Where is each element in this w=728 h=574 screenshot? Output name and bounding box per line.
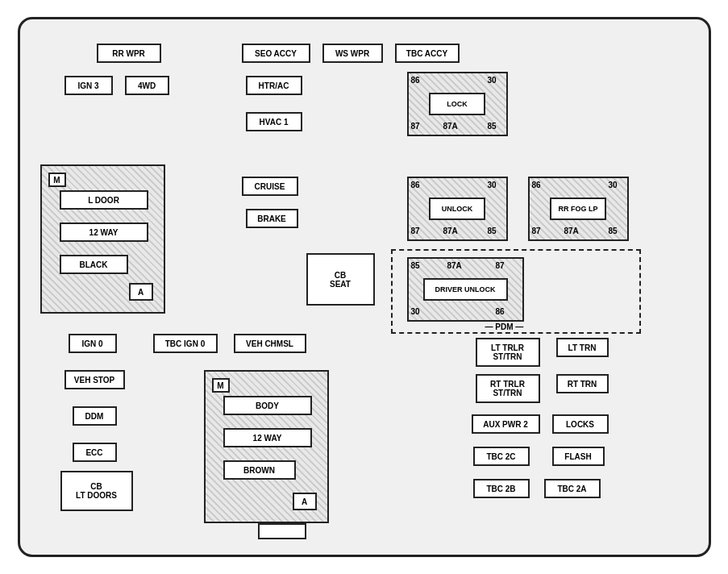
fuse-ddm: DDM: [73, 406, 117, 426]
item-m-label-2: M: [212, 378, 230, 393]
fuse-veh-chmsl: VEH CHMSL: [234, 334, 306, 353]
fuse-hvac1: HVAC 1: [246, 112, 302, 131]
relay-unlock-relay: UNLOCK86308787A85: [407, 177, 508, 241]
relay-num: 87: [411, 227, 420, 235]
fuse-tbc-2c: TBC 2C: [473, 447, 530, 466]
relay-num: 87A: [443, 227, 458, 235]
fuse-ign3: IGN 3: [64, 76, 113, 95]
item-a-label-1: A: [129, 283, 153, 301]
item-l-door: L DOOR: [60, 190, 148, 210]
relay-num: 87: [411, 122, 420, 131]
fuse-flash: FLASH: [552, 447, 605, 466]
item-brown: BROWN: [223, 460, 296, 480]
item-12way-2: 12 WAY: [223, 428, 312, 447]
fuse-lt-trlr-st-trn: LT TRLR ST/TRN: [476, 338, 540, 367]
fuse-diagram: RR WPRSEO ACCYWS WPRTBC ACCYIGN 34WDHTR/…: [18, 17, 711, 557]
fuse-rr-wpr: RR WPR: [97, 44, 161, 63]
item-a-label-2: A: [293, 493, 317, 510]
relay-num: 86: [411, 76, 420, 85]
fuse-cb-seat: CB SEAT: [306, 253, 375, 306]
fuse-brake: BRAKE: [246, 209, 298, 228]
fuse-rt-trn: RT TRN: [556, 374, 609, 393]
pdm-label: — PDM —: [485, 322, 524, 331]
relay-num: 30: [488, 181, 497, 189]
item-12way-1: 12 WAY: [60, 223, 148, 242]
fuse-rt-trlr-st-trn: RT TRLR ST/TRN: [476, 374, 540, 403]
fuse-cb-lt-doors: CB LT DOORS: [60, 471, 133, 511]
fuse-locks: LOCKS: [552, 414, 609, 434]
relay-label-lock-relay: LOCK: [429, 93, 485, 115]
connector: [258, 523, 306, 539]
fuse-tbc-accy: TBC ACCY: [395, 44, 460, 63]
fuse-tbc-ign0: TBC IGN 0: [153, 334, 218, 353]
relay-num: 87A: [564, 227, 579, 235]
relay-num: 85: [609, 227, 618, 235]
fuse-4wd: 4WD: [125, 76, 169, 95]
relay-num: 30: [488, 76, 497, 85]
fuse-aux-pwr2: AUX PWR 2: [472, 414, 540, 434]
fuse-ecc: ECC: [73, 443, 117, 462]
relay-num: 85: [488, 122, 497, 131]
relay-num: 87A: [443, 122, 458, 131]
fuse-tbc-2a: TBC 2A: [544, 479, 601, 498]
item-black: BLACK: [60, 255, 128, 274]
fuse-ws-wpr: WS WPR: [322, 44, 383, 63]
group-body-group: MBODY12 WAYBROWNA: [204, 370, 329, 523]
relay-num: 87: [532, 227, 541, 235]
relay-num: 30: [609, 181, 618, 189]
relay-label-rr-fog-lp-relay: RR FOG LP: [550, 198, 606, 220]
relay-num: 85: [488, 227, 497, 235]
pdm-boundary: — PDM —: [391, 249, 641, 334]
fuse-tbc-2b: TBC 2B: [473, 479, 530, 498]
item-m-label: M: [48, 173, 66, 187]
fuse-cruise: CRUISE: [242, 177, 298, 196]
relay-lock-relay: LOCK86308787A85: [407, 72, 508, 136]
relay-num: 86: [532, 181, 541, 189]
fuse-seo-accy: SEO ACCY: [242, 44, 310, 63]
fuse-veh-stop: VEH STOP: [64, 370, 125, 389]
group-l-door-group: ML DOOR12 WAYBLACKA: [40, 164, 165, 314]
relay-rr-fog-lp-relay: RR FOG LP86308787A85: [528, 177, 629, 241]
relay-num: 86: [411, 181, 420, 189]
fuse-lt-trn: LT TRN: [556, 338, 609, 357]
relay-label-unlock-relay: UNLOCK: [429, 198, 485, 220]
fuse-ign0: IGN 0: [69, 334, 117, 353]
fuse-htr-ac: HTR/AC: [246, 76, 302, 95]
item-body: BODY: [223, 396, 312, 415]
